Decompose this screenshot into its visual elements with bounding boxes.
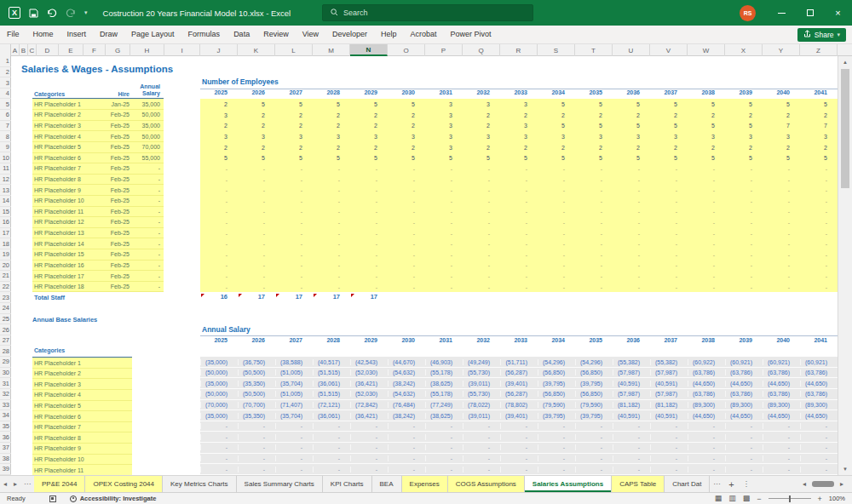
salary-cell[interactable]: (57,987) (613, 391, 650, 397)
employee-empty-cell[interactable]: - (200, 231, 238, 237)
employee-empty-cell[interactable]: - (275, 252, 313, 258)
employee-empty-cell[interactable]: - (275, 209, 313, 215)
column-header-E[interactable]: E (59, 44, 83, 56)
salary-cell[interactable]: (35,704) (275, 381, 313, 387)
table-row[interactable]: HR Placeholder 12Feb-25- (32, 217, 164, 228)
employee-count-cell[interactable]: 2 (538, 112, 575, 118)
restore-button[interactable] (796, 0, 824, 26)
salary-empty-cell[interactable]: - (350, 423, 388, 429)
employee-count-cell[interactable]: 2 (725, 145, 763, 151)
employee-empty-cell[interactable]: - (200, 252, 238, 258)
salary-empty-cell[interactable]: - (350, 455, 388, 461)
employee-count-cell[interactable]: 5 (613, 123, 650, 129)
employee-empty-cell[interactable]: - (313, 273, 350, 279)
employee-empty-cell[interactable]: - (200, 177, 238, 183)
employee-empty-cell[interactable]: - (575, 262, 613, 268)
table-row[interactable]: HR Placeholder 15Feb-25- (32, 249, 164, 261)
salary-cell[interactable]: (79,590) (538, 402, 575, 408)
row-header-29[interactable]: 29 (0, 357, 11, 368)
employee-empty-cell[interactable]: - (275, 177, 313, 183)
table-row[interactable]: HR Placeholder 1Jan-2535,000 (32, 99, 164, 110)
employee-count-cell[interactable]: 3 (500, 101, 538, 107)
employee-empty-cell[interactable]: - (388, 177, 425, 183)
employee-count-cell[interactable]: 2 (800, 145, 838, 151)
employee-empty-cell[interactable]: - (763, 284, 800, 290)
row-header-18[interactable]: 18 (0, 238, 11, 249)
employee-count-cell[interactable]: 5 (725, 123, 763, 129)
salary-empty-cell[interactable]: - (538, 423, 575, 429)
employee-count-cell[interactable]: 3 (463, 134, 500, 140)
employee-count-cell[interactable]: 7 (800, 123, 838, 129)
undo-icon[interactable] (47, 9, 57, 17)
employee-empty-cell[interactable]: - (763, 177, 800, 183)
employee-empty-cell[interactable]: - (613, 166, 650, 172)
salary-cell[interactable]: (54,296) (538, 359, 575, 365)
employee-count-cell[interactable]: 2 (388, 123, 425, 129)
employee-empty-cell[interactable]: - (688, 220, 725, 226)
salary-empty-cell[interactable]: - (500, 467, 538, 472)
employee-empty-cell[interactable]: - (725, 273, 763, 279)
salary-empty-row[interactable]: ----------------- (200, 432, 838, 443)
accessibility-status[interactable]: Accessibility: Investigate (80, 495, 157, 502)
staff-category-cell[interactable]: HR Placeholder 2 (32, 112, 96, 117)
employee-empty-row[interactable]: ----------------- (200, 207, 838, 218)
employee-empty-cell[interactable]: - (800, 177, 838, 183)
employee-empty-cell[interactable]: - (800, 241, 838, 247)
salary-cell[interactable]: (56,287) (500, 391, 538, 397)
qat-customize-caret-icon[interactable]: ▾ (84, 9, 88, 16)
salary-empty-cell[interactable]: - (688, 434, 725, 440)
employee-count-cell[interactable]: 3 (650, 134, 688, 140)
row-header-12[interactable]: 12 (0, 175, 11, 186)
employee-count-cell[interactable]: 5 (800, 155, 838, 161)
salary-empty-cell[interactable]: - (575, 444, 613, 450)
salary-cell[interactable]: (44,650) (763, 413, 800, 419)
salary-empty-row[interactable]: ----------------- (200, 421, 838, 432)
staff-category-cell[interactable]: HR Placeholder 10 (32, 198, 96, 203)
table-row[interactable]: HR Placeholder 3Feb-2535,000 (32, 121, 164, 132)
salary-cell[interactable]: (60,921) (800, 359, 838, 365)
employee-empty-cell[interactable]: - (238, 231, 275, 237)
ribbon-tab-help[interactable]: Help (374, 26, 404, 43)
staff-hire-cell[interactable]: Feb-25 (96, 209, 133, 215)
employee-count-cell[interactable]: 5 (763, 155, 800, 161)
employee-empty-cell[interactable]: - (650, 284, 688, 290)
table-row[interactable]: HR Placeholder 6Feb-2555,000 (32, 153, 164, 164)
staff-category-cell[interactable]: HR Placeholder 16 (32, 262, 96, 268)
employee-empty-cell[interactable]: - (538, 220, 575, 226)
employee-count-cell[interactable]: 3 (200, 112, 238, 118)
employee-empty-cell[interactable]: - (425, 241, 463, 247)
employee-empty-row[interactable]: ----------------- (200, 271, 838, 282)
employee-empty-cell[interactable]: - (725, 252, 763, 258)
employee-empty-cell[interactable]: - (613, 187, 650, 193)
new-sheet-button[interactable]: + (723, 476, 739, 492)
column-header-F[interactable]: F (83, 44, 106, 56)
employee-count-cell[interactable]: 5 (238, 155, 275, 161)
salary-empty-cell[interactable]: - (200, 444, 238, 450)
employee-empty-cell[interactable]: - (388, 241, 425, 247)
employee-empty-cell[interactable]: - (313, 284, 350, 290)
employee-empty-row[interactable]: ----------------- (200, 238, 838, 249)
employee-count-cell[interactable]: 3 (313, 134, 350, 140)
employee-empty-cell[interactable]: - (238, 252, 275, 258)
employee-empty-cell[interactable]: - (388, 231, 425, 237)
employee-empty-cell[interactable]: - (725, 231, 763, 237)
employee-empty-cell[interactable]: - (575, 284, 613, 290)
employee-count-cell[interactable]: 3 (425, 145, 463, 151)
employee-empty-cell[interactable]: - (538, 231, 575, 237)
salary-empty-cell[interactable]: - (463, 423, 500, 429)
employee-empty-cell[interactable]: - (575, 177, 613, 183)
employee-empty-cell[interactable]: - (500, 262, 538, 268)
staff-hire-cell[interactable]: Feb-25 (96, 155, 133, 161)
employee-empty-cell[interactable]: - (388, 284, 425, 290)
staff-category-cell[interactable]: HR Placeholder 5 (32, 144, 96, 150)
employee-empty-cell[interactable]: - (388, 187, 425, 193)
staff-hire-cell[interactable]: Feb-25 (96, 262, 133, 268)
salary-cell[interactable]: (39,795) (538, 413, 575, 419)
list-item[interactable]: HR Placeholder 5 (32, 401, 132, 412)
employee-count-cell[interactable]: 2 (350, 145, 388, 151)
table-row[interactable]: HR Placeholder 10Feb-25- (32, 196, 164, 207)
sheet-tab-expenses[interactable]: Expenses (402, 476, 448, 492)
column-header-K[interactable]: K (238, 44, 275, 56)
salary-empty-cell[interactable]: - (613, 434, 650, 440)
staff-salary-cell[interactable]: - (133, 165, 164, 171)
